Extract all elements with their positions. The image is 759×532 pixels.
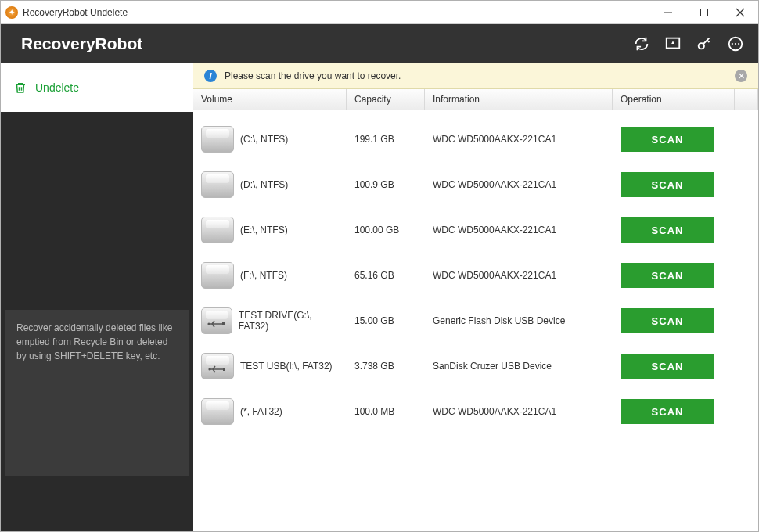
svg-rect-13: [223, 368, 225, 371]
svg-point-8: [735, 43, 736, 45]
th-tail: [735, 89, 758, 110]
info-icon: i: [204, 70, 217, 82]
usb-icon: [207, 318, 226, 332]
app-header: RecoveryRobot: [1, 24, 758, 63]
scan-button[interactable]: SCAN: [621, 127, 714, 152]
notice-text: Please scan the drive you want to recove…: [225, 70, 401, 81]
volume-label: TEST USB(I:\, FAT32): [240, 361, 333, 372]
body: Undelete Recover accidentally deleted fi…: [1, 63, 758, 531]
usb-icon: [208, 364, 227, 377]
svg-point-10: [207, 322, 210, 325]
scan-button[interactable]: SCAN: [621, 354, 714, 379]
capacity-value: 65.16 GB: [347, 270, 425, 281]
info-value: WDC WD5000AAKX-221CA1: [425, 134, 613, 145]
app-icon: ✦: [5, 6, 18, 19]
header-controls: [633, 35, 744, 52]
scan-button[interactable]: SCAN: [621, 217, 714, 243]
info-value: WDC WD5000AAKX-221CA1: [425, 179, 613, 190]
sidebar-item-label: Undelete: [35, 81, 79, 94]
hdd-drive-icon: [201, 171, 234, 198]
volume-label: (C:\, NTFS): [240, 134, 288, 145]
volume-label: (*, FAT32): [240, 406, 282, 417]
minimize-button[interactable]: [650, 1, 686, 24]
close-button[interactable]: [722, 1, 758, 24]
trash-icon: [13, 81, 27, 95]
info-value: Generic Flash Disk USB Device: [425, 315, 613, 326]
hdd-drive-icon: [201, 262, 234, 289]
hdd-drive-icon: [201, 398, 234, 425]
dismiss-notice-button[interactable]: ✕: [735, 70, 747, 82]
svg-rect-1: [701, 9, 708, 16]
capacity-value: 15.00 GB: [347, 315, 425, 326]
titlebar: ✦ RecoveryRobot Undelete: [1, 1, 758, 24]
more-icon[interactable]: [727, 35, 744, 52]
th-operation[interactable]: Operation: [613, 89, 735, 110]
usb-drive-icon: [201, 307, 232, 334]
hdd-drive-icon: [201, 217, 234, 243]
refresh-icon[interactable]: [633, 35, 650, 52]
volume-label: (D:\, NTFS): [240, 179, 288, 190]
table-row: (F:\, NTFS)65.16 GBWDC WD5000AAKX-221CA1…: [193, 253, 758, 298]
scan-button[interactable]: SCAN: [621, 308, 714, 333]
scan-button[interactable]: SCAN: [621, 263, 714, 288]
svg-rect-11: [222, 322, 225, 325]
main-panel: i Please scan the drive you want to reco…: [193, 63, 758, 531]
th-capacity[interactable]: Capacity: [347, 89, 425, 110]
scan-button[interactable]: SCAN: [621, 172, 714, 197]
th-information[interactable]: Information: [425, 89, 613, 110]
brand-name: RecoveryRobot: [21, 34, 142, 53]
window-controls: [650, 1, 758, 24]
key-icon[interactable]: [696, 35, 713, 52]
volume-label: (E:\, NTFS): [240, 225, 288, 235]
svg-point-5: [699, 43, 704, 49]
table-row: (E:\, NTFS)100.00 GBWDC WD5000AAKX-221CA…: [193, 207, 758, 253]
table-row: (C:\, NTFS)199.1 GBWDC WD5000AAKX-221CA1…: [193, 117, 758, 162]
volume-label: TEST DRIVE(G:\, FAT32): [239, 310, 339, 332]
notice-bar: i Please scan the drive you want to reco…: [193, 63, 758, 89]
sidebar: Undelete Recover accidentally deleted fi…: [1, 63, 193, 531]
capacity-value: 3.738 GB: [347, 361, 425, 372]
svg-point-7: [732, 43, 733, 45]
capacity-value: 199.1 GB: [347, 134, 425, 145]
capacity-value: 100.9 GB: [347, 179, 425, 190]
table-row: (D:\, NTFS)100.9 GBWDC WD5000AAKX-221CA1…: [193, 162, 758, 207]
volume-label: (F:\, NTFS): [240, 270, 287, 281]
info-value: WDC WD5000AAKX-221CA1: [425, 270, 613, 281]
sidebar-item-undelete[interactable]: Undelete: [1, 63, 193, 112]
svg-point-9: [738, 43, 739, 45]
th-volume[interactable]: Volume: [193, 89, 347, 110]
table-body: (C:\, NTFS)199.1 GBWDC WD5000AAKX-221CA1…: [193, 110, 758, 531]
hdd-drive-icon: [201, 126, 234, 153]
table-row: TEST DRIVE(G:\, FAT32)15.00 GBGeneric Fl…: [193, 298, 758, 343]
sidebar-tip: Recover accidentally deleted files like …: [5, 310, 189, 476]
scan-button[interactable]: SCAN: [621, 399, 714, 424]
usb-drive-icon: [201, 353, 234, 379]
info-value: WDC WD5000AAKX-221CA1: [425, 225, 613, 235]
maximize-button[interactable]: [686, 1, 722, 24]
capacity-value: 100.0 MB: [347, 406, 425, 417]
feedback-icon[interactable]: [664, 35, 682, 52]
app-window: ✦ RecoveryRobot Undelete RecoveryRobot: [0, 0, 759, 532]
info-value: WDC WD5000AAKX-221CA1: [425, 406, 613, 417]
table-row: TEST USB(I:\, FAT32)3.738 GBSanDisk Cruz…: [193, 343, 758, 389]
svg-point-12: [208, 368, 210, 370]
info-value: SanDisk Cruzer USB Device: [425, 361, 613, 372]
table-row: (*, FAT32)100.0 MBWDC WD5000AAKX-221CA1S…: [193, 389, 758, 434]
capacity-value: 100.00 GB: [347, 225, 425, 235]
table-header: Volume Capacity Information Operation: [193, 89, 758, 110]
window-title: RecoveryRobot Undelete: [23, 7, 128, 18]
